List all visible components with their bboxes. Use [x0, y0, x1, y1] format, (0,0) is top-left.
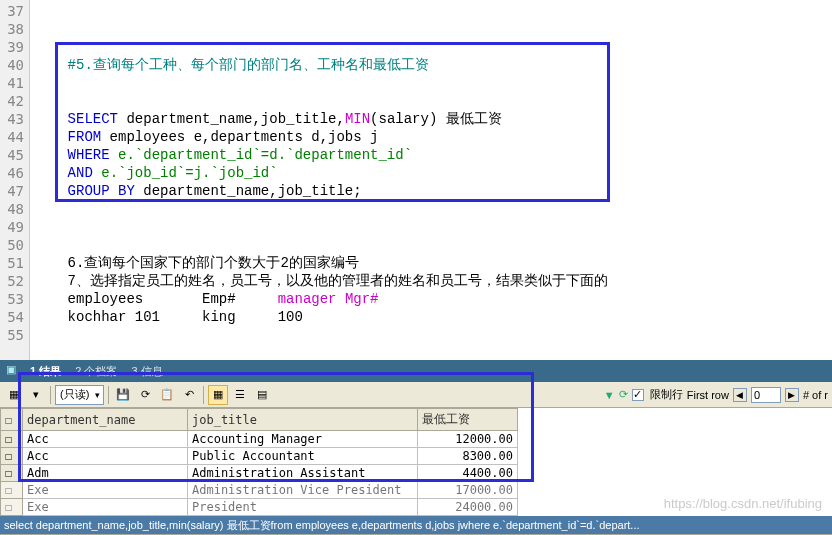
- first-row-label: First row: [687, 389, 729, 401]
- table-row[interactable]: ☐ExeAdministration Vice President17000.0…: [1, 482, 518, 499]
- limit-rows-checkbox[interactable]: [632, 389, 644, 401]
- panel-icon: ▣: [6, 363, 16, 376]
- first-row-next[interactable]: ▶: [785, 388, 799, 402]
- highlight-box-query: [55, 42, 610, 202]
- limit-rows-label: 限制行: [650, 387, 683, 402]
- highlight-box-results: [18, 372, 534, 482]
- first-row-prev[interactable]: ◀: [733, 388, 747, 402]
- line-gutter: 37383940414243444546474849505152535455: [0, 0, 30, 360]
- refresh-icon[interactable]: ⟳: [619, 388, 628, 401]
- table-row[interactable]: ☐ExePresident24000.00: [1, 499, 518, 516]
- sql-status-bar: select department_name,job_title,min(sal…: [0, 516, 832, 534]
- first-row-input[interactable]: [751, 387, 781, 403]
- num-rows-label: # of r: [803, 389, 828, 401]
- watermark: https://blog.csdn.net/ifubing: [664, 496, 822, 511]
- filter-icon[interactable]: ▼: [604, 389, 615, 401]
